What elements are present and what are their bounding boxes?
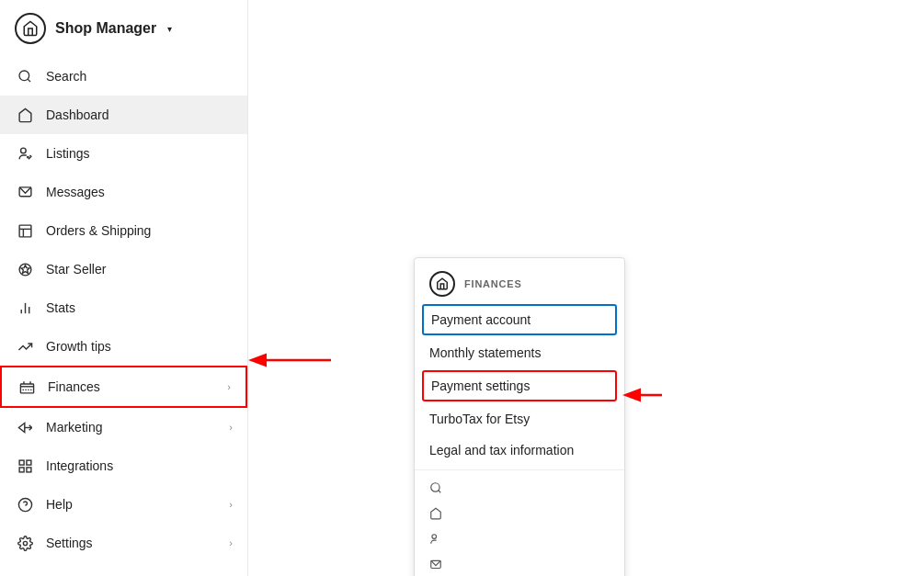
svg-rect-13	[20, 383, 33, 392]
star-seller-icon	[15, 259, 35, 279]
panel-item-payment-settings[interactable]: Payment settings	[422, 370, 617, 401]
help-icon	[15, 494, 35, 514]
growth-icon	[15, 336, 35, 356]
svg-point-0	[19, 71, 29, 81]
panel-item-monthly-statements[interactable]: Monthly statements	[415, 337, 624, 368]
svg-rect-5	[19, 225, 31, 237]
svg-rect-27	[19, 467, 24, 471]
panel-item-turbotax[interactable]: TurboTax for Etsy	[415, 403, 624, 435]
svg-line-1	[28, 79, 30, 82]
sidebar: Shop Manager ▾ Search Dashboard	[0, 0, 248, 576]
messages-label: Messages	[46, 185, 233, 199]
shop-icon	[15, 13, 46, 44]
integrations-label: Integrations	[46, 458, 233, 473]
panel-header: FINANCES	[415, 258, 624, 302]
integrations-icon	[15, 456, 35, 476]
dashboard-label: Dashboard	[46, 107, 233, 122]
sidebar-item-marketing[interactable]: Marketing ›	[0, 408, 247, 446]
panel-item-payment-account[interactable]: Payment account	[422, 304, 617, 335]
stats-icon	[15, 298, 35, 318]
settings-chevron-icon: ›	[229, 537, 233, 548]
sidebar-item-dashboard[interactable]: Dashboard	[0, 96, 247, 134]
help-label: Help	[46, 497, 218, 512]
search-icon	[15, 66, 35, 86]
dashboard-icon	[15, 105, 35, 125]
legal-tax-label: Legal and tax information	[429, 443, 574, 457]
marketing-label: Marketing	[46, 420, 218, 435]
sidebar-item-listings[interactable]: Listings	[0, 134, 247, 173]
orders-label: Orders & Shipping	[46, 223, 233, 238]
finances-chevron-icon: ›	[227, 381, 231, 392]
panel-section-title: FINANCES	[464, 278, 522, 289]
shop-manager-header[interactable]: Shop Manager ▾	[0, 0, 247, 57]
svg-point-34	[432, 535, 437, 539]
marketing-chevron-icon: ›	[229, 422, 233, 433]
panel-shop-icon	[429, 271, 455, 297]
search-label: Search	[46, 69, 233, 84]
finances-label: Finances	[48, 379, 216, 394]
sidebar-item-help[interactable]: Help ›	[0, 485, 247, 524]
svg-point-3	[27, 156, 28, 157]
stats-label: Stats	[46, 300, 233, 315]
sidebar-item-search[interactable]: Search	[0, 57, 247, 96]
listings-label: Listings	[46, 146, 233, 161]
svg-rect-25	[19, 460, 24, 465]
finances-icon	[17, 377, 37, 397]
panel-icon-person	[429, 529, 610, 549]
settings-label: Settings	[46, 536, 218, 550]
turbotax-label: TurboTax for Etsy	[429, 412, 530, 426]
dropdown-caret-icon: ▾	[167, 24, 172, 34]
sidebar-item-star-seller[interactable]: Star Seller	[0, 250, 247, 288]
svg-point-2	[20, 148, 26, 153]
help-chevron-icon: ›	[229, 499, 233, 510]
marketing-icon	[15, 417, 35, 437]
sidebar-item-messages[interactable]: Messages	[0, 173, 247, 211]
svg-rect-28	[26, 467, 30, 471]
settings-icon	[15, 533, 35, 553]
messages-icon	[15, 182, 35, 202]
svg-point-31	[23, 541, 27, 545]
svg-marker-9	[20, 265, 29, 273]
sidebar-item-settings[interactable]: Settings ›	[0, 524, 247, 562]
payment-account-label: Payment account	[431, 312, 530, 327]
sidebar-item-finances[interactable]: Finances ›	[0, 366, 247, 408]
sidebar-item-integrations[interactable]: Integrations	[0, 446, 247, 485]
orders-icon	[15, 220, 35, 241]
sidebar-item-orders[interactable]: Orders & Shipping	[0, 211, 247, 250]
svg-marker-21	[18, 423, 24, 432]
monthly-statements-label: Monthly statements	[429, 345, 541, 360]
shop-manager-title: Shop Manager	[55, 20, 156, 37]
growth-label: Growth tips	[46, 339, 233, 354]
sidebar-item-stats[interactable]: Stats	[0, 288, 247, 327]
svg-line-33	[439, 491, 441, 493]
listings-icon	[15, 143, 35, 164]
panel-item-legal-tax[interactable]: Legal and tax information	[415, 435, 624, 466]
secondary-panel: FINANCES Payment account Monthly stateme…	[414, 257, 625, 576]
panel-icon-home	[429, 503, 610, 524]
payment-settings-label: Payment settings	[431, 378, 530, 393]
svg-rect-26	[26, 460, 30, 465]
panel-icon-search	[429, 478, 610, 498]
panel-icon-mail	[429, 555, 610, 575]
sidebar-item-growth[interactable]: Growth tips	[0, 327, 247, 366]
star-seller-label: Star Seller	[46, 262, 233, 277]
svg-point-32	[431, 483, 439, 491]
